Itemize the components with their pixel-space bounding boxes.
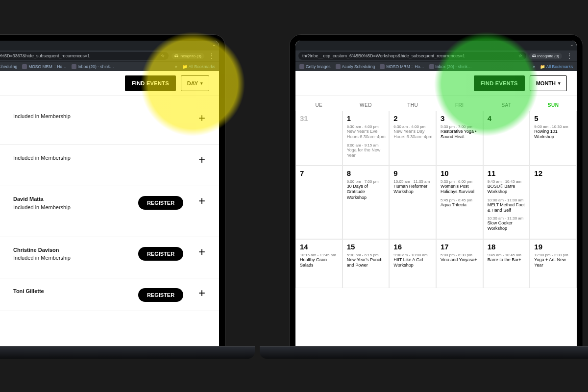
url-field[interactable]: th/?tribe__ecp_custom_6%5B0%5D=Workshops… bbox=[298, 52, 526, 60]
incognito-badge: 🕶 Incognito (3) bbox=[172, 53, 204, 59]
window-chevron-icon[interactable]: ⌄ bbox=[570, 42, 574, 47]
calendar-event[interactable]: BOSU® Barre Workshop bbox=[488, 184, 527, 195]
calendar-cell[interactable]: 189:45 am - 10:45 amBarre to the Bar+ bbox=[483, 239, 530, 288]
event-title: Water bbox=[0, 287, 11, 296]
view-selector-button[interactable]: DAY ▾ bbox=[181, 75, 209, 91]
calendar-cell[interactable]: 4 bbox=[483, 111, 530, 166]
calendar-event[interactable]: New Year's Punch and Power bbox=[347, 257, 386, 269]
calendar-cell[interactable]: 26:30 am - 4:00 pmNew Year's Day Hours 6… bbox=[389, 111, 436, 166]
url-field[interactable]: 5-01-09/?tribe_venues%5B0%5D=3367&hide_s… bbox=[0, 52, 169, 60]
event-time: 6:00 pm - 7:00 pm bbox=[347, 179, 386, 184]
bookmark-item[interactable]: Acuity Scheduling bbox=[0, 64, 17, 69]
all-bookmarks-link[interactable]: 📁 All Bookmarks bbox=[540, 64, 573, 69]
day-number: 5 bbox=[534, 114, 573, 122]
calendar-cell[interactable]: 59:00 am - 10:30 amRowing 101 Workshop bbox=[530, 111, 577, 166]
calendar-cell[interactable]: 1912:00 pm - 2:00 pmYoga + Art: New Year bbox=[530, 239, 577, 288]
bookmarks-bar: Getty Images Acuity Scheduling MOSO MRM … bbox=[0, 61, 219, 71]
calendar-cell[interactable]: 7 bbox=[295, 166, 343, 239]
month-grid: 3116:30 am - 4:00 pmNew Year's Eve Hours… bbox=[295, 111, 577, 288]
calendar-event[interactable]: Barre to the Bar+ bbox=[488, 257, 527, 263]
bookmark-star-icon[interactable]: ☆ bbox=[518, 53, 522, 58]
bookmarks-overflow-icon[interactable]: » bbox=[533, 64, 535, 69]
expand-event-button[interactable]: + bbox=[195, 287, 209, 299]
calendar-event[interactable]: Aqua Trifecta bbox=[441, 202, 480, 208]
calendar-cell[interactable]: 1410:15 am - 11:45 amHealthy Grain Salad… bbox=[295, 239, 343, 288]
calendar-cell[interactable]: 175:00 pm - 6:30 pmVino and Yinyasa+ bbox=[436, 239, 483, 288]
calendar-cell[interactable]: 35:30 pm - 7:00 pmRestorative Yoga • Sou… bbox=[436, 111, 483, 166]
calendar-cell[interactable]: 119:45 am - 10:45 amBOSU® Barre Workshop… bbox=[483, 166, 530, 239]
expand-event-button[interactable]: + bbox=[195, 112, 209, 124]
event-time: 10:30 am - 11:30 am bbox=[488, 216, 527, 220]
expand-event-button[interactable]: + bbox=[195, 246, 209, 258]
event-instructor: David Matta bbox=[13, 195, 127, 203]
bookmark-item[interactable]: MOSO MRM :: Ho… bbox=[380, 64, 424, 69]
calendar-event[interactable]: Yoga for the New Year bbox=[347, 147, 386, 159]
calendar-event[interactable]: MELT Method Foot & Hand Self bbox=[488, 202, 527, 214]
register-button[interactable]: REGISTER bbox=[138, 196, 183, 210]
browser-url-bar: th/?tribe__ecp_custom_6%5B0%5D=Workshops… bbox=[295, 50, 577, 61]
day-number: 8 bbox=[347, 169, 386, 177]
calendar-event[interactable]: HIIT Like A Girl Workshop bbox=[393, 257, 433, 269]
weekday-label: SAT bbox=[483, 102, 530, 108]
bookmarks-overflow-icon[interactable]: » bbox=[175, 64, 177, 69]
browser-menu-icon[interactable]: ⋮ bbox=[565, 52, 574, 59]
event-instructor: Christine Davison bbox=[13, 246, 127, 254]
event-title: Cycle bbox=[0, 246, 11, 255]
chevron-down-icon: ▾ bbox=[558, 81, 561, 86]
calendar-cell[interactable]: 31 bbox=[295, 111, 343, 166]
expand-event-button[interactable]: + bbox=[195, 154, 209, 166]
calendar-event[interactable]: Slow Cooker Workshop bbox=[488, 220, 527, 232]
chevron-down-icon: ▾ bbox=[200, 81, 203, 86]
expand-event-button[interactable]: + bbox=[195, 195, 209, 207]
calendar-cell[interactable]: 86:00 pm - 7:00 pm30 Days of Gratitude W… bbox=[343, 166, 390, 239]
browser-menu-icon[interactable]: ⋮ bbox=[207, 52, 216, 59]
calendar-event[interactable]: Vino and Yinyasa+ bbox=[441, 257, 480, 263]
bookmark-star-icon[interactable]: ☆ bbox=[161, 53, 165, 58]
calendar-event[interactable]: Human Reformer Workshop bbox=[393, 184, 433, 195]
calendar-cell[interactable]: 155:30 pm - 6:15 pmNew Year's Punch and … bbox=[343, 239, 390, 288]
calendar-event[interactable]: New Year's Day Hours 6:30am–4pm bbox=[393, 129, 433, 140]
event-time: 5:30 pm - 7:00 pm bbox=[441, 124, 480, 129]
day-number: 9 bbox=[393, 169, 433, 177]
calendar-event[interactable]: Yoga + Art: New Year bbox=[534, 257, 573, 269]
calendar-event[interactable]: New Year's Eve Hours 6:30am–4pm bbox=[347, 129, 386, 140]
register-button[interactable]: REGISTER bbox=[138, 247, 183, 261]
calendar-cell[interactable]: 910:05 am - 11:05 amHuman Reformer Works… bbox=[389, 166, 436, 239]
calendar-event[interactable]: Women's Post Holidays Survival bbox=[441, 184, 480, 195]
find-events-button[interactable]: FIND EVENTS bbox=[474, 75, 525, 91]
window-chevron-icon[interactable]: ⌄ bbox=[212, 42, 216, 47]
event-time: 10:05 am - 11:05 am bbox=[393, 179, 433, 184]
calendar-event[interactable]: Restorative Yoga • Sound Heal. bbox=[441, 129, 480, 140]
day-number: 1 bbox=[347, 114, 386, 122]
bookmark-item[interactable]: Getty Images bbox=[299, 64, 331, 69]
calendar-cell[interactable]: 16:30 am - 4:00 pmNew Year's Eve Hours 6… bbox=[343, 111, 390, 166]
calendar-cell[interactable]: 105:30 pm - 6:00 pmWomen's Post Holidays… bbox=[436, 166, 483, 239]
weekday-label: WED bbox=[343, 102, 390, 108]
incognito-icon: 🕶 bbox=[174, 54, 178, 58]
browser-tab-bar: ⌄ bbox=[295, 41, 577, 50]
day-number: 2 bbox=[393, 114, 433, 122]
browser-url-bar: 5-01-09/?tribe_venues%5B0%5D=3367&hide_s… bbox=[0, 50, 219, 61]
view-selector-button[interactable]: MONTH ▾ bbox=[530, 75, 567, 91]
register-button[interactable]: REGISTER bbox=[138, 288, 183, 302]
day-number: 4 bbox=[488, 114, 527, 122]
bookmark-item[interactable]: Inbox (20) - shink… bbox=[429, 64, 472, 69]
browser-tab-bar: ⌄ bbox=[0, 41, 219, 50]
calendar-event[interactable]: 30 Days of Gratitude Workshop bbox=[347, 184, 386, 200]
calendar-cell[interactable]: 169:00 am - 10:00 amHIIT Like A Girl Wor… bbox=[389, 239, 436, 288]
event-time: 8:00 am - 9:15 am bbox=[347, 143, 386, 147]
bookmark-item[interactable]: MOSO MRM :: Ho… bbox=[22, 64, 66, 69]
find-events-button[interactable]: FIND EVENTS bbox=[125, 75, 176, 91]
event-room: Indoor Lap Pool bbox=[0, 171, 11, 177]
calendar-cell[interactable]: 12 bbox=[530, 166, 577, 239]
event-time: 12:00 pm - 2:00 pm bbox=[534, 253, 573, 257]
bookmark-item[interactable]: Inbox (20) - shink… bbox=[72, 64, 114, 69]
all-bookmarks-link[interactable]: 📁 All Bookmarks bbox=[182, 64, 215, 69]
calendar-event[interactable]: Rowing 101 Workshop bbox=[534, 129, 573, 140]
bookmark-item[interactable]: Acuity Scheduling bbox=[336, 64, 375, 69]
day-number: 7 bbox=[300, 169, 339, 177]
weekday-label: UE bbox=[295, 102, 343, 108]
event-title: Strength EXPRESS bbox=[0, 195, 11, 213]
calendar-event[interactable]: Healthy Grain Salads bbox=[300, 257, 339, 269]
day-number: 17 bbox=[441, 243, 480, 251]
